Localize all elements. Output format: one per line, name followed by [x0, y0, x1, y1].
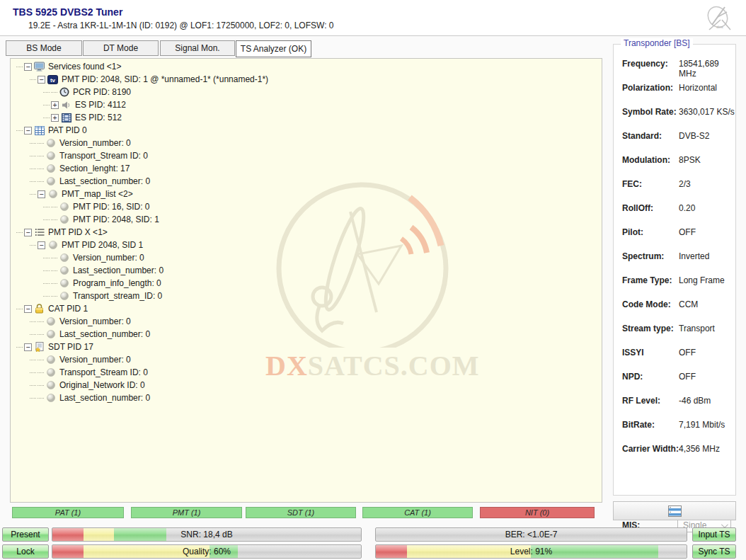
transponder-field-row: Frequency:18541,689 MHz: [614, 59, 735, 70]
tree-item[interactable]: −PMT PID 2048, SID 1: [11, 239, 602, 251]
tree-guide-line: [30, 398, 36, 399]
expand-icon[interactable]: +: [51, 101, 59, 109]
sphere-icon: [59, 202, 69, 212]
tab-ts-analyzer[interactable]: TS Analyzer (OK): [236, 40, 311, 57]
field-label: Standard:: [622, 131, 662, 141]
transponder-field-row: Modulation:8PSK: [614, 155, 735, 166]
collapse-icon[interactable]: −: [24, 305, 32, 313]
collapse-icon[interactable]: −: [24, 63, 32, 71]
sphere-icon: [45, 393, 56, 403]
tree-item-label: Transport_stream_ID: 0: [73, 291, 162, 301]
list-icon: [34, 227, 45, 237]
lock-button[interactable]: Lock: [2, 544, 49, 559]
transponder-groupbox: Transponder [BS] Frequency:18541,689 MHz…: [613, 44, 736, 496]
tree-item-label: PMT PID: 2048, SID: 1 @ *unnamed-1* (*un…: [62, 74, 268, 84]
tree-item[interactable]: Last_section_number: 0: [11, 328, 602, 341]
sdt-indicator: SDT (1): [246, 507, 356, 518]
tree-item[interactable]: −PMT_map_list <2>: [11, 188, 602, 200]
tree-item[interactable]: −PMT PID X <1>: [11, 226, 602, 239]
transponder-list-button[interactable]: [613, 501, 736, 520]
tree-item-label: Last_section_number: 0: [59, 329, 150, 339]
tree-item-label: Section_lenght: 17: [59, 164, 130, 173]
field-label: Carrier Width:: [622, 444, 679, 454]
title-bar: TBS 5925 DVBS2 Tuner 19.2E - Astra 1KR-1…: [0, 0, 746, 36]
collapse-icon[interactable]: −: [24, 127, 32, 135]
tree-item[interactable]: Transport_stream_ID: 0: [11, 290, 602, 302]
field-value: Long Frame: [679, 275, 725, 285]
collapse-icon[interactable]: −: [38, 241, 45, 249]
tree-guide-line: [38, 181, 44, 182]
pat-indicator: PAT (1): [12, 507, 124, 518]
collapse-icon[interactable]: −: [38, 190, 45, 198]
tree-item[interactable]: PMT PID: 16, SID: 0: [11, 200, 602, 213]
tree-item-label: Version_number: 0: [59, 138, 131, 148]
sphere-icon: [45, 380, 56, 390]
tree-item[interactable]: +ES PID: 512: [11, 111, 602, 124]
field-value: 2/3: [679, 179, 691, 189]
tree-item[interactable]: +ES PID: 4112: [11, 98, 602, 111]
speaker-icon: [61, 100, 71, 110]
tree-item[interactable]: PMT PID: 2048, SID: 1: [11, 213, 602, 226]
tree-item[interactable]: −SDT PID 17: [11, 341, 602, 353]
tree-item[interactable]: Last_section_number: 0: [11, 392, 602, 404]
transponder-field-row: NPD:OFF: [614, 372, 735, 383]
collapse-icon[interactable]: −: [24, 229, 32, 236]
field-label: FEC:: [622, 179, 642, 189]
field-value: 8PSK: [679, 155, 701, 165]
tree-guide-line: [38, 334, 44, 335]
list-icon: [668, 505, 682, 517]
tree-item[interactable]: −tvPMT PID: 2048, SID: 1 @ *unnamed-1* (…: [11, 73, 602, 86]
field-value: OFF: [679, 227, 696, 237]
field-value: 0.20: [679, 203, 695, 213]
tree-item[interactable]: Version_number: 0: [11, 251, 602, 264]
field-value: Horizontal: [679, 83, 717, 93]
tab-dt-mode[interactable]: DT Mode: [83, 40, 159, 56]
tree-guide-line: [30, 194, 36, 195]
tree-item-label: Last_section_number: 0: [59, 393, 150, 403]
sphere-icon: [47, 240, 58, 250]
collapse-icon[interactable]: −: [24, 343, 32, 351]
tab-signal-mon[interactable]: Signal Mon.: [160, 40, 235, 56]
tree-item[interactable]: Original_Network ID: 0: [11, 379, 602, 392]
tree-item[interactable]: Version_number: 0: [11, 353, 602, 366]
tree-guide-line: [51, 207, 57, 207]
transponder-field-row: Standard:DVB-S2: [614, 131, 735, 142]
tree-item[interactable]: Section_lenght: 17: [11, 162, 602, 175]
sync-ts-button[interactable]: Sync TS: [692, 544, 736, 559]
tree-item[interactable]: −Services found <1>: [11, 60, 602, 73]
sphere-icon: [45, 316, 56, 326]
monitor-icon: [34, 62, 45, 72]
collapse-icon[interactable]: −: [38, 76, 45, 84]
tree-guide-line: [16, 67, 23, 67]
field-label: Modulation:: [622, 155, 670, 165]
input-ts-button[interactable]: Input TS: [692, 527, 736, 542]
tree-item[interactable]: Version_number: 0: [11, 137, 602, 149]
tree-item[interactable]: Version_number: 0: [11, 315, 602, 328]
tv-icon: tv: [47, 74, 58, 84]
tree-item-label: ES PID: 512: [75, 113, 122, 122]
tree-item[interactable]: Transport_Stream ID: 0: [11, 366, 602, 379]
tree-guide-line: [38, 321, 44, 322]
tab-bs-mode[interactable]: BS Mode: [6, 40, 82, 56]
tree-item[interactable]: Last_section_number: 0: [11, 264, 602, 277]
field-label: BitRate:: [622, 420, 655, 430]
tree-item[interactable]: −PAT PID 0: [11, 124, 602, 137]
tree-item-label: Version_number: 0: [59, 355, 131, 365]
tree-item[interactable]: Program_info_length: 0: [11, 277, 602, 290]
transponder-field-row: RF Level:-46 dBm: [614, 396, 735, 407]
field-value: 4,356 MHz: [679, 444, 720, 454]
tree-guide-line: [38, 398, 44, 399]
present-button[interactable]: Present: [2, 527, 49, 542]
tree-item[interactable]: Last_section_number: 0: [11, 175, 602, 188]
tree-item[interactable]: −CAT PID 1: [11, 302, 602, 315]
tree-item-label: PCR PID: 8190: [73, 87, 131, 97]
tree-guide-line: [43, 207, 50, 207]
tree-item[interactable]: PCR PID: 8190: [11, 86, 602, 98]
level-label: Level: 91%: [510, 547, 552, 556]
field-label: Polarization:: [622, 83, 673, 93]
svg-text:dxs: dxs: [716, 25, 723, 29]
sphere-icon: [59, 291, 69, 301]
expand-icon[interactable]: +: [51, 114, 59, 122]
tree-item[interactable]: Transport_Stream ID: 0: [11, 149, 602, 162]
transponder-legend: Transponder [BS]: [621, 38, 693, 48]
